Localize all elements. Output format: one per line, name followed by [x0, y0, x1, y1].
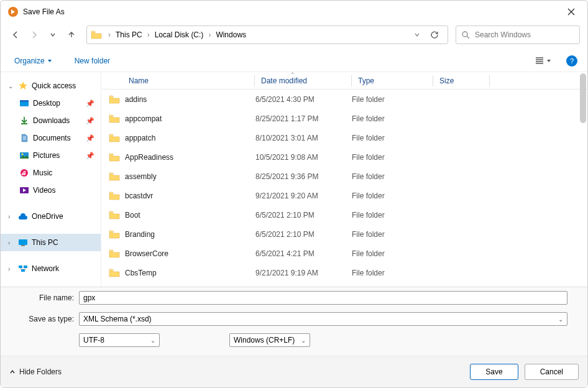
column-size[interactable]: Size	[439, 76, 489, 85]
file-row[interactable]: addins6/5/2021 4:30 PMFile folder	[101, 90, 587, 109]
file-name: Branding	[125, 230, 255, 239]
line-ending-combo[interactable]: Windows (CR+LF) ⌄	[229, 333, 310, 347]
file-type: File folder	[352, 114, 426, 123]
svg-point-5	[21, 169, 28, 177]
new-folder-button[interactable]: New folder	[71, 54, 114, 68]
save-button[interactable]: Save	[470, 364, 518, 380]
view-button[interactable]	[531, 55, 555, 67]
file-name: BrowserCore	[125, 249, 255, 258]
breadcrumb-windows[interactable]: Windows	[213, 29, 249, 40]
pin-icon: 📌	[86, 117, 94, 125]
svg-rect-7	[19, 239, 27, 245]
address-bar[interactable]: › This PC › Local Disk (C:) › Windows	[86, 25, 448, 44]
sidebar-item-videos[interactable]: Videos	[1, 182, 101, 199]
file-date: 10/5/2021 9:08 AM	[255, 153, 352, 162]
file-row[interactable]: AppReadiness10/5/2021 9:08 AMFile folder	[101, 147, 587, 167]
file-name: AppReadiness	[125, 153, 255, 162]
scrollbar-thumb[interactable]	[580, 73, 586, 123]
svg-rect-10	[24, 266, 27, 268]
file-row[interactable]: Branding6/5/2021 2:10 PMFile folder	[101, 224, 587, 244]
chevron-right-icon: ›	[147, 30, 150, 39]
folder-icon	[109, 192, 125, 200]
sidebar-item-documents[interactable]: Documents 📌	[1, 129, 101, 147]
sidebar-item-onedrive[interactable]: › OneDrive	[1, 208, 101, 225]
back-button[interactable]	[8, 27, 23, 42]
file-name-input[interactable]	[79, 291, 567, 305]
file-date: 8/25/2021 1:17 PM	[255, 114, 352, 123]
folder-icon	[109, 153, 125, 162]
address-dropdown[interactable]	[409, 32, 425, 38]
up-button[interactable]	[64, 27, 79, 42]
hide-folders-button[interactable]: Hide Folders	[9, 367, 62, 376]
file-type: File folder	[352, 211, 426, 219]
forward-button[interactable]	[27, 27, 42, 42]
sidebar-item-this-pc[interactable]: › This PC	[1, 234, 101, 251]
chevron-down-icon: ⌄	[8, 83, 14, 90]
save-as-type-combo[interactable]: XML Schema (*.xsd) ⌄	[79, 312, 567, 326]
file-row[interactable]: appcompat8/25/2021 1:17 PMFile folder	[101, 109, 587, 128]
sidebar-item-desktop[interactable]: Desktop 📌	[1, 95, 101, 112]
svg-rect-8	[21, 245, 25, 246]
download-icon	[19, 116, 29, 126]
sidebar-item-network[interactable]: › Network	[1, 260, 101, 277]
encoding-combo[interactable]: UTF-8 ⌄	[79, 333, 160, 347]
close-button[interactable]	[563, 7, 580, 17]
column-name[interactable]: Name	[109, 76, 254, 85]
sidebar-item-quick-access[interactable]: ⌄ Quick access	[1, 77, 101, 95]
svg-rect-9	[19, 266, 22, 268]
file-row[interactable]: bcastdvr9/21/2021 9:20 AMFile folder	[101, 186, 587, 205]
folder-icon	[109, 95, 125, 104]
file-type: File folder	[352, 230, 426, 239]
help-button[interactable]: ?	[566, 55, 577, 67]
file-type: File folder	[352, 269, 426, 277]
refresh-button[interactable]	[425, 30, 444, 39]
chevron-right-icon: ›	[8, 239, 14, 246]
file-date: 6/5/2021 2:10 PM	[255, 230, 352, 239]
file-row[interactable]: assembly8/25/2021 9:36 PMFile folder	[101, 167, 587, 186]
file-type: File folder	[352, 134, 426, 142]
pin-icon: 📌	[86, 152, 94, 160]
search-box[interactable]: Search Windows	[456, 25, 580, 44]
file-list-area: ⌃ Name Date modified Type Size addins6/5…	[101, 72, 587, 287]
chevron-right-icon: ›	[8, 266, 14, 272]
file-date: 8/25/2021 9:36 PM	[255, 172, 352, 181]
organize-button[interactable]: Organize	[11, 54, 56, 68]
folder-icon	[109, 172, 125, 181]
sidebar-item-music[interactable]: Music	[1, 164, 101, 182]
recent-dropdown[interactable]	[45, 27, 60, 42]
cloud-icon	[18, 211, 28, 221]
file-list[interactable]: addins6/5/2021 4:30 PMFile folderappcomp…	[101, 90, 587, 287]
scrollbar[interactable]	[579, 72, 587, 287]
svg-rect-11	[21, 269, 25, 272]
chevron-right-icon: ›	[8, 213, 14, 220]
file-name: addins	[125, 95, 255, 104]
file-date: 9/21/2021 9:19 AM	[255, 269, 352, 277]
column-type[interactable]: Type	[358, 76, 433, 85]
file-row[interactable]: CbsTemp9/21/2021 9:19 AMFile folder	[101, 263, 587, 282]
svg-point-4	[22, 154, 24, 155]
pictures-icon	[19, 150, 29, 160]
file-row[interactable]: apppatch8/10/2021 3:01 AMFile folder	[101, 128, 587, 147]
folder-icon	[109, 230, 125, 239]
folder-icon	[109, 134, 125, 142]
file-row[interactable]: Boot6/5/2021 2:10 PMFile folder	[101, 205, 587, 224]
file-row[interactable]: BrowserCore6/5/2021 4:21 PMFile folder	[101, 244, 587, 263]
folder-icon	[91, 30, 102, 39]
breadcrumb-this-pc[interactable]: This PC	[113, 29, 145, 40]
file-date: 6/5/2021 4:30 PM	[255, 95, 352, 104]
chevron-right-icon: ›	[208, 30, 211, 39]
column-date[interactable]: Date modified	[261, 76, 351, 85]
columns-header: ⌃ Name Date modified Type Size	[101, 72, 587, 90]
folder-icon	[109, 211, 125, 219]
pin-icon: 📌	[86, 134, 94, 142]
sidebar-item-downloads[interactable]: Downloads 📌	[1, 112, 101, 129]
cancel-button[interactable]: Cancel	[525, 364, 579, 380]
file-date: 6/5/2021 2:10 PM	[255, 211, 352, 219]
file-row[interactable]: Containers6/5/2021 4:38 PMFile folder	[101, 282, 587, 287]
pc-icon	[18, 238, 28, 247]
file-name: apppatch	[125, 134, 255, 142]
videos-icon	[19, 185, 29, 195]
pin-icon: 📌	[86, 99, 94, 108]
breadcrumb-local-disk[interactable]: Local Disk (C:)	[152, 29, 206, 40]
sidebar-item-pictures[interactable]: Pictures 📌	[1, 147, 101, 164]
